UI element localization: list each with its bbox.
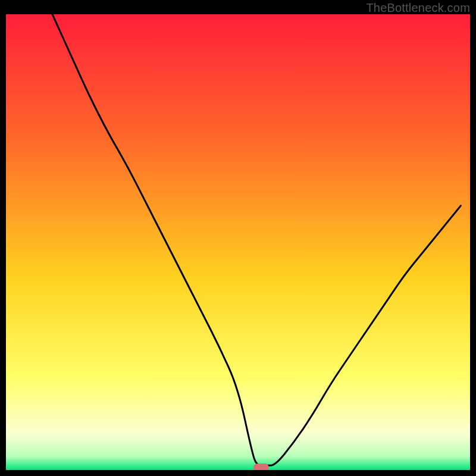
plot-area bbox=[6, 14, 470, 470]
watermark-text: TheBottleneck.com bbox=[366, 1, 470, 15]
bottleneck-curve bbox=[6, 14, 470, 470]
chart-frame bbox=[6, 14, 470, 470]
optimum-marker bbox=[253, 464, 269, 470]
